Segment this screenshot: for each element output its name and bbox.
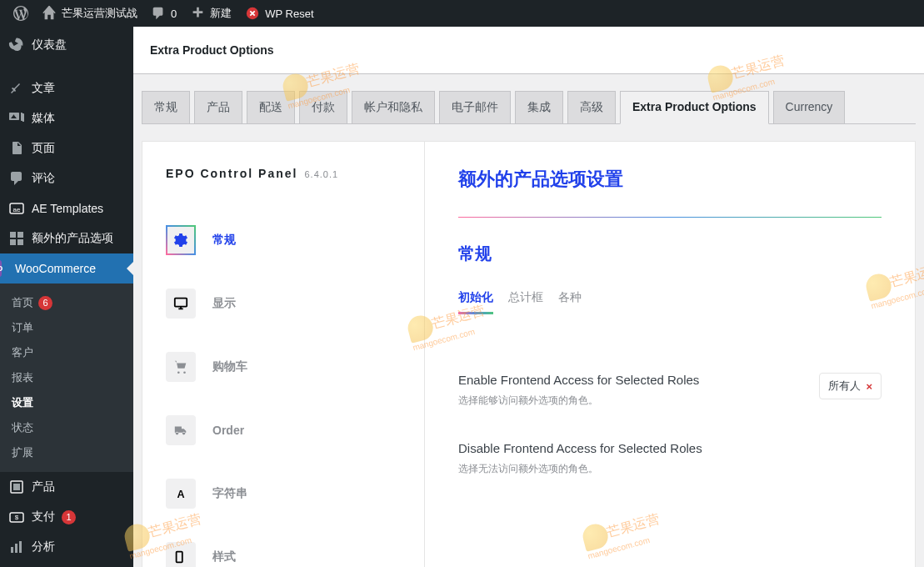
submenu-label: 设置: [12, 395, 33, 410]
wp-logo[interactable]: [7, 0, 35, 27]
tab-products[interactable]: 产品: [194, 91, 242, 124]
text-icon: A: [166, 479, 196, 509]
main-content: Extra Product Options 常规 产品 配送 付款 帐户和隐私 …: [133, 27, 924, 567]
menu-label: 产品: [32, 479, 55, 494]
epo-subtabs: 初始化 总计框 各种: [458, 290, 882, 314]
menu-payments[interactable]: $ 支付 1: [0, 502, 133, 532]
menu-dashboard[interactable]: 仪表盘: [0, 27, 133, 63]
svg-rect-12: [15, 544, 17, 553]
epo-nav-label: 常规: [212, 233, 236, 248]
menu-label: WooCommerce: [15, 262, 96, 275]
subtab-init[interactable]: 初始化: [458, 290, 493, 314]
submenu-label: 报表: [12, 370, 33, 385]
svg-text:A: A: [177, 489, 184, 500]
submenu-label: 客户: [12, 345, 33, 360]
style-icon: [166, 542, 196, 567]
menu-label: AE Templates: [32, 202, 103, 215]
epo-nav-label: 显示: [212, 296, 236, 311]
cart-icon: [166, 352, 196, 382]
ae-icon: ae: [8, 200, 25, 217]
menu-label: 支付: [32, 509, 55, 524]
reset-icon: [245, 6, 260, 21]
admin-sidebar: 仪表盘 文章 媒体 页面 评论 ae AE Templates 额外的产品选项 …: [0, 27, 133, 567]
menu-label: 文章: [32, 81, 55, 96]
epo-nav-label: 购物车: [212, 359, 247, 374]
menu-posts[interactable]: 文章: [0, 73, 133, 103]
svg-rect-13: [19, 541, 22, 553]
epo-panel: EPO Control Panel 6.4.0.1 常规 显示 购物车 Orde…: [142, 141, 916, 567]
submenu-label: 首页: [12, 295, 33, 310]
menu-label: 仪表盘: [32, 38, 67, 53]
tab-payments[interactable]: 付款: [299, 91, 347, 124]
svg-rect-8: [13, 484, 20, 490]
menu-ae-templates[interactable]: ae AE Templates: [0, 193, 133, 223]
epo-nav-cart[interactable]: 购物车: [159, 340, 407, 394]
tab-accounts[interactable]: 帐户和隐私: [352, 91, 435, 124]
tab-epo[interactable]: Extra Product Options: [620, 91, 769, 124]
menu-analytics[interactable]: 分析: [0, 532, 133, 562]
tab-integration[interactable]: 集成: [515, 91, 563, 124]
menu-comments[interactable]: 评论: [0, 163, 133, 193]
setting-desc: 选择能够访问额外选项的角色。: [458, 394, 699, 408]
epo-section-title: 常规: [458, 243, 882, 265]
submenu-reports[interactable]: 报表: [0, 365, 133, 390]
remove-tag-icon[interactable]: ×: [866, 380, 872, 393]
menu-media[interactable]: 媒体: [0, 103, 133, 133]
woocommerce-submenu: 首页 6 订单 客户 报表 设置 状态 扩展: [0, 284, 133, 472]
submenu-extensions[interactable]: 扩展: [0, 440, 133, 465]
menu-pages[interactable]: 页面: [0, 133, 133, 163]
wp-reset-link[interactable]: WP Reset: [238, 0, 320, 27]
new-link[interactable]: 新建: [183, 0, 238, 27]
tab-advanced[interactable]: 高级: [567, 91, 616, 124]
submenu-label: 状态: [12, 420, 33, 435]
submenu-status[interactable]: 状态: [0, 415, 133, 440]
epo-content: 额外的产品选项设置 常规 初始化 总计框 各种 Enable Frontend …: [425, 141, 916, 567]
subtab-totals[interactable]: 总计框: [508, 290, 543, 314]
epo-nav-style[interactable]: 样式: [159, 530, 407, 567]
setting-text: Disable Frontend Access for Selected Rol…: [458, 441, 702, 476]
tab-currency[interactable]: Currency: [773, 91, 846, 124]
tab-general[interactable]: 常规: [142, 91, 190, 124]
submenu-settings[interactable]: 设置: [0, 390, 133, 415]
menu-label: 媒体: [32, 111, 55, 126]
svg-text:ae: ae: [13, 206, 21, 213]
gear-icon: [166, 225, 196, 255]
epo-nav-label: 样式: [212, 549, 236, 564]
analytics-icon: [8, 539, 25, 555]
site-name: 芒果运营测试战: [62, 6, 137, 21]
payment-icon: $: [8, 509, 25, 525]
menu-woocommerce[interactable]: WOO WooCommerce: [0, 253, 133, 284]
menu-marketing[interactable]: 营销: [0, 562, 133, 567]
badge-count: 1: [62, 510, 76, 524]
svg-rect-11: [11, 547, 13, 553]
menu-label: 分析: [32, 539, 55, 554]
submenu-orders[interactable]: 订单: [0, 315, 133, 340]
wordpress-icon: [13, 6, 28, 21]
subtab-various[interactable]: 各种: [558, 290, 582, 314]
submenu-customers[interactable]: 客户: [0, 340, 133, 365]
svg-rect-4: [17, 232, 23, 238]
new-label: 新建: [210, 6, 232, 21]
epo-nav-general[interactable]: 常规: [159, 213, 407, 267]
epo-nav-display[interactable]: 显示: [159, 277, 407, 330]
dashboard-icon: [8, 37, 25, 53]
grid-icon: [8, 230, 25, 247]
epo-nav-strings[interactable]: A 字符串: [159, 467, 407, 520]
site-home[interactable]: 芒果运营测试战: [35, 0, 144, 27]
tab-emails[interactable]: 电子邮件: [439, 91, 511, 124]
tab-shipping[interactable]: 配送: [247, 91, 295, 124]
epo-nav-label: 字符串: [212, 486, 247, 501]
page-header: Extra Product Options: [133, 27, 924, 74]
menu-products[interactable]: 产品: [0, 472, 133, 502]
submenu-home[interactable]: 首页 6: [0, 290, 133, 315]
comments-link[interactable]: 0: [144, 0, 183, 27]
comment-icon: [151, 6, 166, 21]
epo-nav-order[interactable]: Order: [159, 404, 407, 457]
menu-label: 评论: [32, 171, 55, 186]
display-icon: [166, 289, 196, 319]
truck-icon: [166, 415, 196, 445]
svg-rect-5: [10, 239, 16, 245]
menu-label: 页面: [32, 141, 55, 156]
role-tag[interactable]: 所有人 ×: [819, 373, 882, 399]
menu-epo[interactable]: 额外的产品选项: [0, 223, 133, 253]
